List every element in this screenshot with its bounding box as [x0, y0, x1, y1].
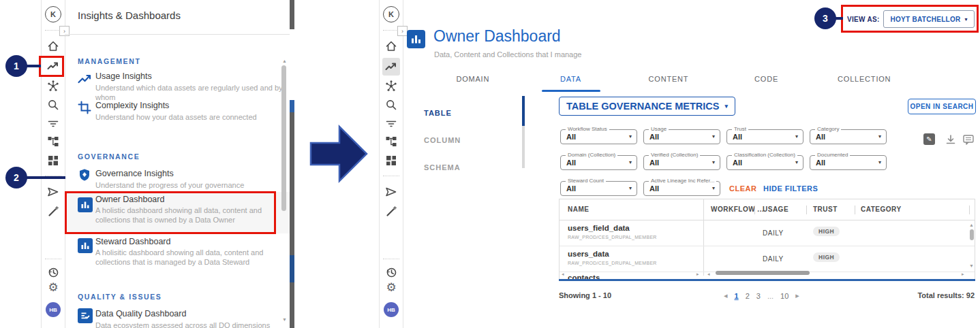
cell-name[interactable]: users_field_data	[568, 224, 630, 232]
tab-code[interactable]: CODE	[718, 75, 816, 83]
column-header-workflow[interactable]: WORKFLOW ...	[711, 206, 764, 213]
app-logo-icon[interactable]: K	[45, 6, 61, 22]
filter-icon[interactable]	[384, 117, 398, 131]
column-header-trust[interactable]: TRUST	[813, 206, 838, 213]
column-header-name[interactable]: NAME	[568, 206, 589, 213]
app-logo-icon[interactable]: K	[383, 6, 399, 22]
filter-icon[interactable]	[46, 117, 60, 131]
compose-icon[interactable]	[46, 205, 60, 218]
hide-filters-button[interactable]: HIDE FILTERS	[763, 184, 818, 193]
pagination-page-10[interactable]: 10	[780, 292, 788, 300]
apps-grid-icon[interactable]	[46, 154, 60, 167]
scroll-up-icon[interactable]: ▲	[282, 59, 287, 63]
hscroll-thumb[interactable]	[716, 271, 810, 275]
panel-scrollbar[interactable]	[281, 65, 286, 211]
page-edge-sliver	[290, 112, 294, 328]
metrics-dropdown[interactable]: TABLE GOVERNANCE METRICS ▾	[559, 97, 735, 116]
cell-name[interactable]: users_data	[568, 250, 609, 258]
pagination-next-icon[interactable]: ▸	[795, 291, 799, 300]
annotation-step-3: 3	[814, 7, 836, 29]
user-avatar[interactable]: HB	[384, 302, 399, 317]
history-icon[interactable]	[384, 265, 398, 279]
list-item-complexity-insights[interactable]: Complexity Insights Understand how your …	[65, 97, 282, 125]
search-icon[interactable]	[46, 98, 60, 112]
list-item-data-quality-dashboard[interactable]: Data Quality Dashboard Data ecosystem as…	[65, 306, 282, 328]
filter-documented[interactable]: DocumentedAll▾	[810, 155, 887, 170]
column-header-category[interactable]: CATEGORY	[861, 206, 902, 213]
right-app-sidebar: K › ⚙ HB	[379, 0, 403, 328]
vscroll-up-icon[interactable]: ▲	[969, 223, 974, 227]
page-edge-sliver	[290, 100, 294, 112]
settings-gear-icon[interactable]: ⚙	[386, 282, 396, 293]
clear-filters-button[interactable]: CLEAR	[729, 184, 756, 193]
insights-icon-active[interactable]	[382, 58, 400, 76]
sidebar-expand-button[interactable]: ›	[397, 26, 408, 36]
filter-label: Steward Count	[566, 178, 606, 184]
filter-domain-collection[interactable]: Domain (Collection)All▾	[560, 155, 637, 170]
tab-domain[interactable]: DOMAIN	[424, 75, 522, 83]
download-icon[interactable]	[945, 133, 957, 148]
list-item-steward-dashboard[interactable]: Steward Dashboard A holisitic dashboard …	[65, 234, 282, 272]
vscroll-down-icon[interactable]: ▼	[969, 263, 974, 268]
pagination-page-2[interactable]: 2	[746, 292, 750, 300]
tab-collection[interactable]: COLLECTION	[815, 75, 913, 83]
tab-data[interactable]: DATA	[522, 75, 620, 83]
history-icon[interactable]	[46, 265, 60, 279]
user-avatar[interactable]: HB	[46, 302, 61, 317]
send-icon[interactable]	[384, 185, 398, 199]
subnav-item-column[interactable]: COLUMN	[424, 136, 461, 144]
filter-trust[interactable]: TrustAll▾	[726, 129, 803, 144]
annotation-line-1	[26, 65, 41, 67]
home-icon[interactable]	[46, 39, 60, 53]
settings-gear-icon[interactable]: ⚙	[48, 282, 58, 293]
hscroll-left-icon[interactable]: ◂	[707, 272, 710, 276]
home-icon[interactable]	[384, 39, 398, 53]
filter-value: All	[733, 133, 742, 141]
pagination-page-1[interactable]: 1	[735, 292, 739, 300]
filter-usage[interactable]: UsageAll▾	[643, 129, 720, 144]
hscroll-left-icon[interactable]: ◂	[562, 272, 564, 276]
pagination-page-3[interactable]: 3	[756, 292, 761, 300]
hub-icon[interactable]	[46, 79, 60, 93]
hscroll-right-icon[interactable]: ▸	[962, 272, 964, 276]
item-title: Data Quality Dashboard	[95, 309, 186, 318]
compose-icon[interactable]	[384, 205, 398, 218]
subnav-item-table[interactable]: TABLE	[424, 109, 452, 117]
page-subtitle: Data, Content and Collections that I man…	[434, 50, 581, 59]
comment-icon[interactable]	[962, 133, 975, 148]
hscroll-right-icon[interactable]: ▸	[696, 272, 699, 276]
pagination-prev-icon[interactable]: ◂	[724, 291, 728, 300]
filter-verified-collection[interactable]: Verified (Collection)All▾	[643, 155, 720, 170]
subnav-scrollbar-thumb[interactable]	[522, 96, 525, 126]
chevron-down-icon: ▾	[629, 133, 632, 140]
scroll-down-icon[interactable]: ▼	[282, 317, 287, 322]
divider	[383, 176, 399, 176]
hub-icon[interactable]	[384, 79, 398, 93]
column-header-usage[interactable]: USAGE	[763, 206, 788, 213]
list-item-governance-insights[interactable]: Governance Insights Understand the progr…	[65, 165, 282, 193]
table-row[interactable]: users_data RAW_PROD/CES_DRUPAL_MEMBER DA…	[560, 246, 975, 272]
lineage-icon[interactable]	[384, 135, 398, 148]
vscroll-thumb[interactable]	[970, 229, 974, 240]
bar-chart-icon	[78, 238, 93, 253]
item-desc: A holisitic dashboard showing all data, …	[95, 248, 284, 267]
lineage-icon[interactable]	[46, 135, 60, 148]
filter-workflow-status[interactable]: Workflow StatusAll▾	[560, 129, 637, 144]
filter-classification-collection[interactable]: Classification (Collection)All▾	[726, 155, 803, 170]
apps-grid-icon[interactable]	[384, 154, 398, 167]
filter-label: Usage	[649, 126, 669, 132]
filter-category[interactable]: CategoryAll▾	[810, 129, 887, 144]
chevron-down-icon: ▾	[712, 133, 715, 140]
annotation-line-2	[26, 176, 65, 179]
filter-steward-count[interactable]: Steward CountAll▾	[560, 181, 637, 196]
item-title: Governance Insights	[95, 169, 174, 178]
search-icon[interactable]	[384, 98, 398, 112]
subnav-item-schema[interactable]: SCHEMA	[424, 163, 461, 171]
send-icon[interactable]	[46, 185, 60, 199]
table-row[interactable]: users_field_data RAW_PROD/CES_DRUPAL_MEM…	[560, 220, 975, 246]
filter-active-lineage[interactable]: Active Lineage Inc Refer...All▾	[643, 181, 720, 196]
edit-icon[interactable]: ✎	[923, 133, 935, 145]
list-item-usage-insights[interactable]: Usage Insights Understand which data ass…	[65, 68, 282, 95]
open-in-search-button[interactable]: OPEN IN SEARCH	[908, 99, 976, 114]
tab-content[interactable]: CONTENT	[619, 75, 718, 83]
